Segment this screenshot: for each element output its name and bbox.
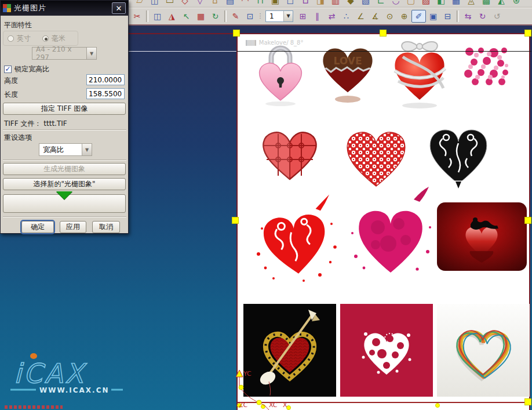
raster-image-canvas[interactable]: ▒▒ Makelove/ 8_8° LOVE bbox=[236, 33, 530, 410]
top-tool-icon[interactable]: ▦ bbox=[449, 0, 464, 7]
toolbar-separator: ⋮ bbox=[257, 10, 263, 23]
toolbar: ▱◫▭◇▽⌂▤◠⊓▣◻⊔◨▥◆▧⊏◡▢▨◧▦◬▩◭⊛ ✂◫◮↖▦↻✎⊡⋮ 1 ▼… bbox=[129, 0, 532, 26]
top-tool-icon[interactable]: ▣ bbox=[268, 0, 283, 7]
top-tool-icon[interactable]: ⊔ bbox=[298, 0, 313, 7]
snap-coordinate-icon[interactable]: ⊕ bbox=[397, 10, 411, 23]
sketch-csys: YC ZC XC X bbox=[232, 362, 307, 410]
toolbar-separator bbox=[146, 10, 148, 22]
icax-logo: iCAX WWW.ICAX.CN bbox=[3, 346, 125, 404]
top-tool-icon[interactable]: ⊛ bbox=[509, 0, 524, 7]
icax-url: WWW.ICAX.CN bbox=[39, 386, 110, 394]
top-tool-icon[interactable]: ◬ bbox=[464, 0, 479, 7]
toolbar-main-row: ✂◫◮↖▦↻✎⊡⋮ 1 ▼ ⊞∥⇄∴∠∡⊙⊕✐▣⊟⇆↻↺ bbox=[129, 8, 532, 24]
handle-bottom-right[interactable] bbox=[524, 398, 531, 405]
top-tool-icon[interactable]: ▱ bbox=[132, 0, 147, 7]
grip-point[interactable] bbox=[435, 403, 440, 408]
raster-image-dialog: 光栅图片 ✕ 平面特性 英寸 毫米 A4 - 210 x 297 ▼ ✓ 锁定宽… bbox=[0, 0, 129, 234]
layer-combo-value: 1 bbox=[266, 12, 283, 20]
extract-face-icon[interactable]: ◮ bbox=[165, 10, 179, 23]
top-tool-icon[interactable]: ▢ bbox=[403, 0, 418, 7]
top-tool-icon[interactable]: ▤ bbox=[223, 0, 238, 7]
snap-angle2-icon[interactable]: ∡ bbox=[368, 10, 382, 23]
top-tool-icon[interactable]: ⊏ bbox=[373, 0, 388, 7]
copy-face-icon[interactable]: ◫ bbox=[150, 10, 165, 23]
top-tool-icon[interactable]: ◭ bbox=[494, 0, 509, 7]
dialog-icon bbox=[3, 4, 11, 12]
combo-arrow-icon[interactable]: ▼ bbox=[82, 144, 92, 155]
radio-inch-circle[interactable] bbox=[8, 35, 14, 42]
toolbar-separator bbox=[224, 10, 227, 22]
tiff-file-text: TIFF 文件： tttt.TIF bbox=[4, 119, 67, 129]
top-tool-icon[interactable]: ◨ bbox=[313, 0, 328, 7]
top-tool-icon[interactable]: ▩ bbox=[479, 0, 494, 7]
dialog-titlebar[interactable]: 光栅图片 ✕ bbox=[1, 1, 128, 16]
top-tool-icon[interactable]: ▨ bbox=[418, 0, 433, 7]
handle-top-mid[interactable] bbox=[380, 30, 387, 37]
print-preview-icon[interactable]: ⊟ bbox=[440, 10, 455, 23]
flip-section-icon[interactable]: ⇄ bbox=[325, 10, 339, 23]
expand-more-button[interactable] bbox=[3, 194, 126, 213]
wcs-save-icon[interactable]: ▣ bbox=[426, 10, 440, 23]
offset-surface-icon[interactable]: ↖ bbox=[179, 10, 194, 23]
image-chocolate-love-heart: LOVE bbox=[315, 39, 381, 104]
reset-mode-combo[interactable]: 宽高比 ▼ bbox=[39, 143, 92, 156]
rotate-disabled-icon[interactable]: ↺ bbox=[490, 10, 504, 23]
paper-size-combo[interactable]: A4 - 210 x 297 ▼ bbox=[32, 47, 97, 60]
top-tool-icon[interactable]: ◧ bbox=[433, 0, 449, 7]
top-tool-icon[interactable]: ◫ bbox=[147, 0, 162, 7]
length-input[interactable] bbox=[86, 88, 125, 99]
top-tool-icon[interactable]: ⌂ bbox=[207, 0, 223, 7]
height-label: 高度 bbox=[4, 76, 18, 86]
handle-mid-right[interactable] bbox=[524, 217, 531, 224]
handle-top-right[interactable] bbox=[524, 30, 531, 37]
top-tool-icon[interactable]: ◠ bbox=[238, 0, 253, 7]
trim-sheet-icon[interactable]: ✂ bbox=[130, 10, 144, 23]
radio-mm-label: 毫米 bbox=[52, 34, 65, 43]
constraint-nodes-icon[interactable]: ∴ bbox=[339, 10, 354, 23]
top-tool-icon[interactable]: ◇ bbox=[177, 0, 192, 7]
layer-combo[interactable]: 1 ▼ bbox=[265, 10, 293, 22]
crop-frame-icon[interactable]: ⊡ bbox=[243, 10, 257, 23]
specify-tiff-button[interactable]: 指定 TIFF 图像 bbox=[3, 103, 126, 115]
top-tool-icon[interactable]: ▽ bbox=[192, 0, 207, 7]
image-black-damask-heart bbox=[421, 113, 496, 192]
cancel-button[interactable]: 取消 bbox=[92, 221, 120, 233]
snap-angle-icon[interactable]: ∠ bbox=[354, 10, 368, 23]
reset-options-label: 重设选项 bbox=[4, 133, 32, 143]
top-tool-icon[interactable]: ▥ bbox=[328, 0, 343, 7]
top-tool-icon[interactable]: ◡ bbox=[388, 0, 403, 7]
radio-mm-circle[interactable] bbox=[42, 35, 49, 42]
ok-button[interactable]: 确定 bbox=[21, 221, 54, 233]
handle-top-left[interactable] bbox=[233, 30, 240, 37]
handle-mid-left[interactable] bbox=[232, 217, 239, 224]
section-plane-icon[interactable]: ∥ bbox=[310, 10, 325, 23]
lock-aspect-row[interactable]: ✓ 锁定宽高比 bbox=[4, 64, 49, 74]
generate-raster-button[interactable]: 生成光栅图象 bbox=[3, 163, 126, 175]
top-tool-icon[interactable]: ▭ bbox=[162, 0, 177, 7]
rotate-view-icon[interactable]: ↻ bbox=[475, 10, 490, 23]
close-icon[interactable]: ✕ bbox=[112, 2, 126, 14]
pattern-face-icon[interactable]: ▦ bbox=[194, 10, 208, 23]
combo-arrow-icon[interactable]: ▼ bbox=[86, 48, 96, 59]
top-tool-icon[interactable]: ⊓ bbox=[253, 0, 268, 7]
image-top-edge bbox=[129, 33, 236, 34]
top-tool-icon[interactable]: ▧ bbox=[358, 0, 373, 7]
swap-view-icon[interactable]: ⇆ bbox=[461, 10, 475, 23]
lock-aspect-checkbox[interactable]: ✓ bbox=[4, 66, 12, 73]
dynamic-wcs-button[interactable]: ✐ bbox=[411, 10, 426, 23]
radio-mm[interactable]: 毫米 bbox=[42, 34, 65, 43]
height-input[interactable] bbox=[86, 74, 125, 85]
rotate-face-icon[interactable]: ↻ bbox=[208, 10, 223, 23]
radio-inch[interactable]: 英寸 bbox=[8, 34, 31, 43]
combo-arrow-icon[interactable]: ▼ bbox=[283, 11, 293, 21]
stamp-icon[interactable]: ✎ bbox=[228, 10, 243, 23]
datum-display-icon[interactable]: ⊞ bbox=[296, 10, 310, 23]
choose-new-raster-button[interactable]: 选择新的"光栅图象" bbox=[3, 178, 126, 190]
top-tool-icon[interactable]: ◆ bbox=[343, 0, 358, 7]
top-tool-icon[interactable]: ◻ bbox=[283, 0, 298, 7]
length-label: 长度 bbox=[4, 90, 18, 100]
toolbar-top-row: ▱◫▭◇▽⌂▤◠⊓▣◻⊔◨▥◆▧⊏◡▢▨◧▦◬▩◭⊛ bbox=[129, 0, 532, 8]
snap-point-icon[interactable]: ⊙ bbox=[382, 10, 397, 23]
image-white-floral-heart bbox=[340, 304, 433, 397]
apply-button[interactable]: 应用 bbox=[60, 221, 86, 233]
